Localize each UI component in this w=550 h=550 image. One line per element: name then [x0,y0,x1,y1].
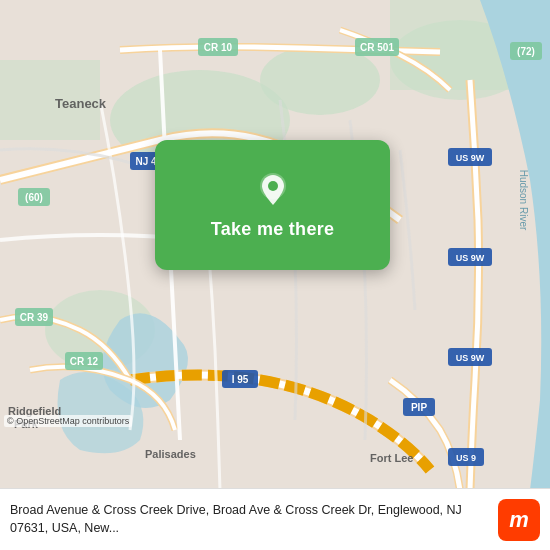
svg-text:US 9W: US 9W [456,253,485,263]
moovit-logo: m [498,499,540,541]
svg-text:US 9: US 9 [456,453,476,463]
svg-text:PIP: PIP [411,402,427,413]
map-pin-icon [254,171,292,209]
svg-text:NJ 4: NJ 4 [135,156,157,167]
svg-text:Palisades: Palisades [145,448,196,460]
location-description: Broad Avenue & Cross Creek Drive, Broad … [10,502,488,537]
map-attribution: © OpenStreetMap contributors [4,415,132,427]
svg-text:Hudson River: Hudson River [518,170,529,231]
svg-text:Teaneck: Teaneck [55,96,107,111]
take-me-there-overlay[interactable]: Take me there [155,140,390,270]
map-container: CR 10 CR 501 (72) NJ 4 (60) US 9W US 9W … [0,0,550,490]
moovit-m-icon: m [498,499,540,541]
svg-text:CR 39: CR 39 [20,312,49,323]
bottom-bar: Broad Avenue & Cross Creek Drive, Broad … [0,488,550,550]
take-me-there-button[interactable]: Take me there [211,219,335,240]
svg-text:CR 12: CR 12 [70,356,99,367]
svg-text:US 9W: US 9W [456,353,485,363]
svg-point-40 [268,181,278,191]
svg-text:US 9W: US 9W [456,153,485,163]
svg-text:Fort Lee: Fort Lee [370,452,413,464]
svg-text:I 95: I 95 [232,374,249,385]
svg-text:(72): (72) [517,46,535,57]
svg-text:CR 501: CR 501 [360,42,394,53]
svg-text:(60): (60) [25,192,43,203]
svg-text:CR 10: CR 10 [204,42,233,53]
